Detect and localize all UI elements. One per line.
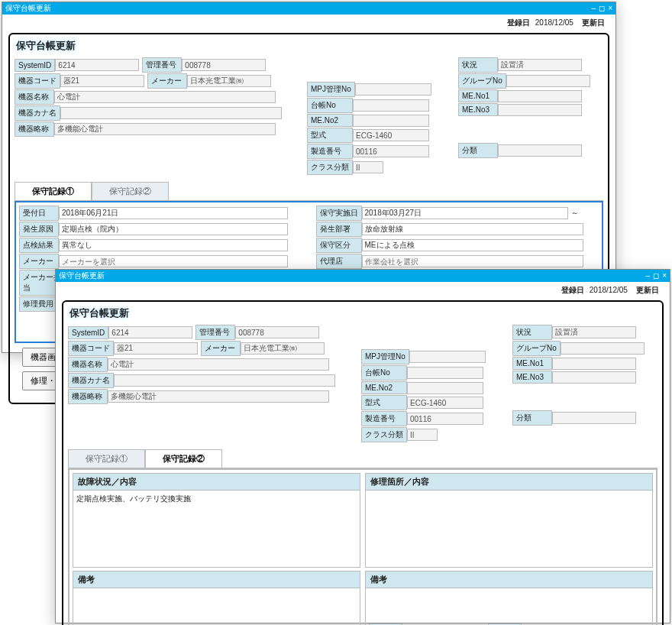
- label-me3: ME.No3: [458, 103, 498, 116]
- panel-repair-head: 修理箇所／内容: [366, 474, 652, 491]
- label-kikicode: 機器コード: [15, 73, 60, 89]
- titlebar: 保守台帳更新 – ◻ ×: [2, 2, 615, 15]
- tab-body-record2: 故障状況／内容 定期点検実施、バッテリ交換実施 修理箇所／内容 備考 備考: [68, 468, 657, 625]
- page-title: 保守台帳更新: [69, 306, 657, 320]
- field-kikicode: [60, 75, 144, 87]
- field-daichou: [353, 99, 429, 112]
- label-bunrui: 分類: [458, 143, 498, 158]
- field-group: [561, 342, 645, 355]
- tab-record-1[interactable]: 保守記録①: [68, 449, 145, 468]
- label-kana: 機器カナ名: [15, 105, 60, 121]
- label-kanrino: 管理番号: [142, 57, 182, 73]
- tabs: 保守記録① 保守記録②: [68, 449, 657, 468]
- field-jisshi[interactable]: [362, 207, 568, 219]
- label-kubun: 保守区分: [316, 238, 362, 253]
- label-ryaku: 機器略称: [15, 121, 54, 137]
- label-katashiki: 型式: [307, 128, 353, 143]
- registered-date: 2018/12/05: [535, 18, 573, 27]
- label-uketsuke: 受付日: [19, 206, 59, 221]
- label-jisshi: 保守実施日: [316, 206, 362, 221]
- close-icon[interactable]: ×: [662, 270, 667, 282]
- titlebar: 保守台帳更新 – ◻ ×: [56, 270, 670, 282]
- field-seizou: [407, 413, 483, 425]
- info-block: SystemID 管理番号 機器コード メーカー 機器名称 機器カナ名: [15, 57, 603, 176]
- field-kana: [60, 107, 282, 119]
- field-maker: [241, 342, 325, 355]
- minimize-icon[interactable]: –: [646, 270, 651, 282]
- label-seizou: 製造番号: [307, 144, 353, 159]
- label-busho: 発生部署: [316, 222, 362, 237]
- label-daichou: 台帳No: [307, 98, 353, 113]
- label-dairiten: 代理店: [316, 254, 362, 269]
- panel-repair: 修理箇所／内容: [365, 473, 653, 568]
- field-genin[interactable]: [59, 223, 288, 235]
- field-maker-select[interactable]: [59, 255, 288, 267]
- field-kanrino: [235, 326, 319, 338]
- body-frame: 保守台帳更新 SystemID 管理番号 機器コード メーカー 機器名称 機器カ…: [62, 300, 664, 625]
- field-me1: [498, 90, 582, 102]
- field-kubun[interactable]: [362, 239, 583, 251]
- label-class: クラス分類: [307, 160, 353, 175]
- field-uketsuke[interactable]: [59, 207, 288, 219]
- tab-record-2[interactable]: 保守記録②: [145, 449, 222, 468]
- panel-biko-right: 備考 返却日 担当者: [365, 571, 653, 625]
- label-genin: 発生原因: [19, 222, 59, 237]
- panel-fault: 故障状況／内容 定期点検実施、バッテリ交換実施: [73, 473, 360, 568]
- field-me2: [407, 382, 483, 394]
- tab-record-2[interactable]: 保守記録②: [92, 182, 169, 200]
- field-kekka[interactable]: [59, 239, 288, 251]
- field-daichou: [407, 367, 483, 379]
- label-hiyou: 修理費用: [19, 296, 59, 312]
- field-ryaku: [54, 123, 276, 135]
- minimize-icon[interactable]: –: [592, 2, 596, 15]
- field-kikicode: [114, 342, 198, 355]
- field-seizou: [353, 145, 429, 157]
- maximize-icon[interactable]: ◻: [599, 2, 605, 15]
- window-title: 保守台帳更新: [5, 2, 51, 15]
- tabs: 保守記録① 保守記録②: [15, 182, 603, 201]
- field-mpj: [355, 83, 431, 96]
- field-katashiki: [407, 397, 483, 409]
- registered-date: 2018/12/05: [590, 286, 628, 294]
- field-kikimei: [108, 358, 329, 371]
- label-mpj: MPJ管理No: [307, 82, 355, 97]
- field-kana: [114, 374, 335, 387]
- field-bunrui: [552, 412, 636, 424]
- close-icon[interactable]: ×: [608, 2, 612, 15]
- label-group: グループNo: [458, 73, 506, 89]
- field-joukyou: [552, 326, 636, 338]
- label-maker: メーカー: [147, 73, 187, 89]
- field-kikimei: [54, 91, 276, 103]
- panel-biko-left: 備考: [73, 571, 360, 625]
- field-dairiten[interactable]: [362, 255, 583, 267]
- date-bar: 登録日 2018/12/05 更新日: [2, 15, 615, 31]
- maximize-icon[interactable]: ◻: [653, 270, 659, 282]
- field-maker: [187, 75, 271, 87]
- field-me3: [498, 104, 582, 116]
- label-kekka: 点検結果: [19, 238, 59, 253]
- panel-fault-head: 故障状況／内容: [73, 474, 360, 491]
- field-bunrui: [498, 144, 582, 157]
- field-mpj: [409, 351, 486, 363]
- window-front: 保守台帳更新 – ◻ × 登録日 2018/12/05 更新日 保守台帳更新 S…: [55, 269, 670, 623]
- label-maker2: メーカー: [19, 254, 59, 269]
- field-class: [353, 161, 383, 173]
- field-me1: [552, 358, 636, 370]
- info-block: SystemID 管理番号 機器コード メーカー 機器名称 機器カナ名 機器略称…: [68, 325, 657, 443]
- panel-repair-body[interactable]: [366, 491, 652, 567]
- field-busho[interactable]: [362, 223, 583, 235]
- label-joukyou: 状況: [458, 57, 498, 73]
- field-kanrino: [182, 59, 266, 71]
- tab-record-1[interactable]: 保守記録①: [15, 182, 92, 200]
- field-class: [407, 429, 438, 441]
- label-me1: ME.No1: [458, 89, 498, 102]
- field-me3: [552, 371, 636, 384]
- panel-fault-body[interactable]: 定期点検実施、バッテリ交換実施: [73, 491, 360, 567]
- field-group: [506, 75, 590, 87]
- label-kikimei: 機器名称: [15, 89, 54, 105]
- field-me2: [353, 115, 429, 127]
- field-systemid: [55, 59, 139, 71]
- field-systemid: [108, 326, 192, 338]
- window-title: 保守台帳更新: [59, 270, 105, 282]
- field-ryaku: [108, 390, 329, 403]
